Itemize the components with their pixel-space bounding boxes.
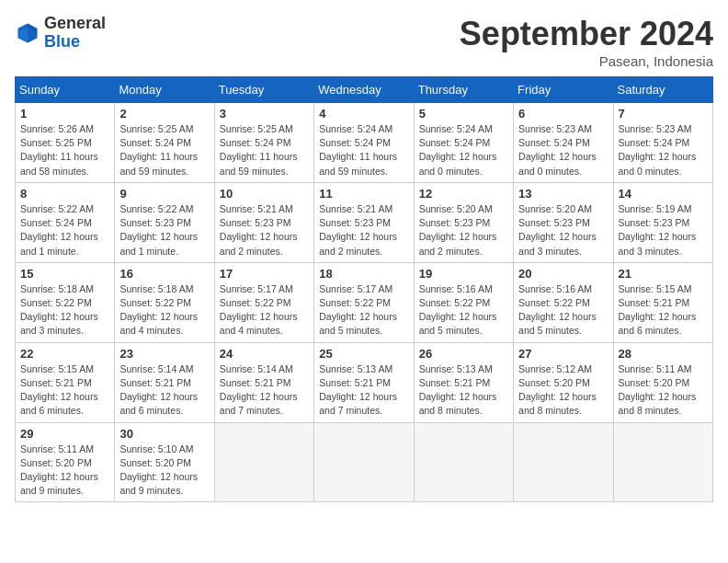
day-number: 19 <box>419 267 508 281</box>
header-tuesday: Tuesday <box>214 77 313 103</box>
day-number: 13 <box>518 187 608 201</box>
table-row: 7Sunrise: 5:23 AMSunset: 5:24 PMDaylight… <box>613 103 712 183</box>
day-details: Sunrise: 5:19 AMSunset: 5:23 PMDaylight:… <box>619 202 708 259</box>
logo-text: General Blue <box>44 15 106 52</box>
table-row: 18Sunrise: 5:17 AMSunset: 5:22 PMDayligh… <box>314 262 414 342</box>
day-details: Sunrise: 5:22 AMSunset: 5:23 PMDaylight:… <box>119 202 209 259</box>
day-details: Sunrise: 5:11 AMSunset: 5:20 PMDaylight:… <box>619 362 708 419</box>
day-details: Sunrise: 5:25 AMSunset: 5:24 PMDaylight:… <box>119 122 209 178</box>
day-details: Sunrise: 5:24 AMSunset: 5:24 PMDaylight:… <box>419 122 508 178</box>
table-row: 15Sunrise: 5:18 AMSunset: 5:22 PMDayligh… <box>16 262 115 342</box>
day-details: Sunrise: 5:17 AMSunset: 5:22 PMDaylight:… <box>220 282 309 339</box>
day-number: 11 <box>319 187 408 201</box>
day-details: Sunrise: 5:26 AMSunset: 5:25 PMDaylight:… <box>20 122 109 178</box>
day-details: Sunrise: 5:11 AMSunset: 5:20 PMDaylight:… <box>20 442 109 499</box>
day-number: 10 <box>220 187 309 201</box>
logo: General Blue <box>15 15 106 52</box>
day-details: Sunrise: 5:18 AMSunset: 5:22 PMDaylight:… <box>20 282 109 339</box>
day-details: Sunrise: 5:21 AMSunset: 5:23 PMDaylight:… <box>220 202 309 259</box>
day-details: Sunrise: 5:15 AMSunset: 5:21 PMDaylight:… <box>619 282 708 339</box>
day-number: 7 <box>619 107 708 121</box>
table-row: 13Sunrise: 5:20 AMSunset: 5:23 PMDayligh… <box>514 182 613 262</box>
day-details: Sunrise: 5:23 AMSunset: 5:24 PMDaylight:… <box>619 122 708 178</box>
day-number: 3 <box>220 107 309 121</box>
day-details: Sunrise: 5:21 AMSunset: 5:23 PMDaylight:… <box>319 202 408 259</box>
table-row: 14Sunrise: 5:19 AMSunset: 5:23 PMDayligh… <box>613 182 712 262</box>
table-row: 10Sunrise: 5:21 AMSunset: 5:23 PMDayligh… <box>214 182 313 262</box>
day-number: 29 <box>20 427 109 441</box>
table-row: 9Sunrise: 5:22 AMSunset: 5:23 PMDaylight… <box>115 182 214 262</box>
page-header: General Blue September 2024 Pasean, Indo… <box>15 15 713 69</box>
logo-icon <box>15 20 40 46</box>
day-number: 23 <box>119 347 209 361</box>
header-monday: Monday <box>115 77 214 103</box>
day-number: 24 <box>220 347 309 361</box>
day-number: 4 <box>319 107 408 121</box>
day-details: Sunrise: 5:14 AMSunset: 5:21 PMDaylight:… <box>220 362 309 419</box>
table-row: 21Sunrise: 5:15 AMSunset: 5:21 PMDayligh… <box>613 262 712 342</box>
day-details: Sunrise: 5:20 AMSunset: 5:23 PMDaylight:… <box>419 202 508 259</box>
header-saturday: Saturday <box>613 77 712 103</box>
day-number: 21 <box>619 267 708 281</box>
day-number: 30 <box>119 427 209 441</box>
weekday-header-row: Sunday Monday Tuesday Wednesday Thursday… <box>16 77 713 103</box>
table-row <box>314 422 414 502</box>
table-row: 16Sunrise: 5:18 AMSunset: 5:22 PMDayligh… <box>115 262 214 342</box>
day-details: Sunrise: 5:16 AMSunset: 5:22 PMDaylight:… <box>419 282 508 339</box>
table-row: 30Sunrise: 5:10 AMSunset: 5:20 PMDayligh… <box>115 422 214 502</box>
day-number: 1 <box>20 107 109 121</box>
header-friday: Friday <box>514 77 613 103</box>
table-row: 1Sunrise: 5:26 AMSunset: 5:25 PMDaylight… <box>16 103 115 183</box>
location: Pasean, Indonesia <box>460 53 713 69</box>
table-row: 22Sunrise: 5:15 AMSunset: 5:21 PMDayligh… <box>16 342 115 422</box>
table-row: 6Sunrise: 5:23 AMSunset: 5:24 PMDaylight… <box>514 103 613 183</box>
day-number: 27 <box>518 347 608 361</box>
day-details: Sunrise: 5:23 AMSunset: 5:24 PMDaylight:… <box>518 122 608 178</box>
table-row <box>514 422 613 502</box>
table-row <box>214 422 313 502</box>
day-number: 6 <box>518 107 608 121</box>
calendar-week-row: 8Sunrise: 5:22 AMSunset: 5:24 PMDaylight… <box>16 182 713 262</box>
table-row: 24Sunrise: 5:14 AMSunset: 5:21 PMDayligh… <box>214 342 313 422</box>
day-details: Sunrise: 5:18 AMSunset: 5:22 PMDaylight:… <box>119 282 209 339</box>
day-details: Sunrise: 5:25 AMSunset: 5:24 PMDaylight:… <box>220 122 309 178</box>
day-details: Sunrise: 5:24 AMSunset: 5:24 PMDaylight:… <box>319 122 408 178</box>
day-number: 26 <box>419 347 508 361</box>
day-number: 2 <box>119 107 209 121</box>
table-row: 25Sunrise: 5:13 AMSunset: 5:21 PMDayligh… <box>314 342 414 422</box>
day-details: Sunrise: 5:20 AMSunset: 5:23 PMDaylight:… <box>518 202 608 259</box>
day-details: Sunrise: 5:13 AMSunset: 5:21 PMDaylight:… <box>419 362 508 419</box>
calendar-week-row: 1Sunrise: 5:26 AMSunset: 5:25 PMDaylight… <box>16 103 713 183</box>
table-row: 29Sunrise: 5:11 AMSunset: 5:20 PMDayligh… <box>16 422 115 502</box>
calendar-table: Sunday Monday Tuesday Wednesday Thursday… <box>15 76 713 502</box>
day-number: 9 <box>119 187 209 201</box>
table-row: 11Sunrise: 5:21 AMSunset: 5:23 PMDayligh… <box>314 182 414 262</box>
day-details: Sunrise: 5:10 AMSunset: 5:20 PMDaylight:… <box>119 442 209 499</box>
day-number: 5 <box>419 107 508 121</box>
table-row: 5Sunrise: 5:24 AMSunset: 5:24 PMDaylight… <box>414 103 513 183</box>
table-row: 3Sunrise: 5:25 AMSunset: 5:24 PMDaylight… <box>214 103 313 183</box>
day-number: 22 <box>20 347 109 361</box>
day-number: 18 <box>319 267 408 281</box>
table-row: 8Sunrise: 5:22 AMSunset: 5:24 PMDaylight… <box>16 182 115 262</box>
day-number: 12 <box>419 187 508 201</box>
day-details: Sunrise: 5:22 AMSunset: 5:24 PMDaylight:… <box>20 202 109 259</box>
table-row: 20Sunrise: 5:16 AMSunset: 5:22 PMDayligh… <box>514 262 613 342</box>
day-number: 17 <box>220 267 309 281</box>
day-number: 20 <box>518 267 608 281</box>
day-details: Sunrise: 5:15 AMSunset: 5:21 PMDaylight:… <box>20 362 109 419</box>
day-number: 28 <box>619 347 708 361</box>
table-row: 19Sunrise: 5:16 AMSunset: 5:22 PMDayligh… <box>414 262 513 342</box>
day-details: Sunrise: 5:17 AMSunset: 5:22 PMDaylight:… <box>319 282 408 339</box>
title-block: September 2024 Pasean, Indonesia <box>460 15 713 69</box>
day-details: Sunrise: 5:12 AMSunset: 5:20 PMDaylight:… <box>518 362 608 419</box>
table-row: 4Sunrise: 5:24 AMSunset: 5:24 PMDaylight… <box>314 103 414 183</box>
table-row: 17Sunrise: 5:17 AMSunset: 5:22 PMDayligh… <box>214 262 313 342</box>
day-number: 15 <box>20 267 109 281</box>
table-row: 26Sunrise: 5:13 AMSunset: 5:21 PMDayligh… <box>414 342 513 422</box>
day-details: Sunrise: 5:14 AMSunset: 5:21 PMDaylight:… <box>119 362 209 419</box>
table-row <box>613 422 712 502</box>
month-title: September 2024 <box>460 15 713 53</box>
day-number: 14 <box>619 187 708 201</box>
table-row: 12Sunrise: 5:20 AMSunset: 5:23 PMDayligh… <box>414 182 513 262</box>
